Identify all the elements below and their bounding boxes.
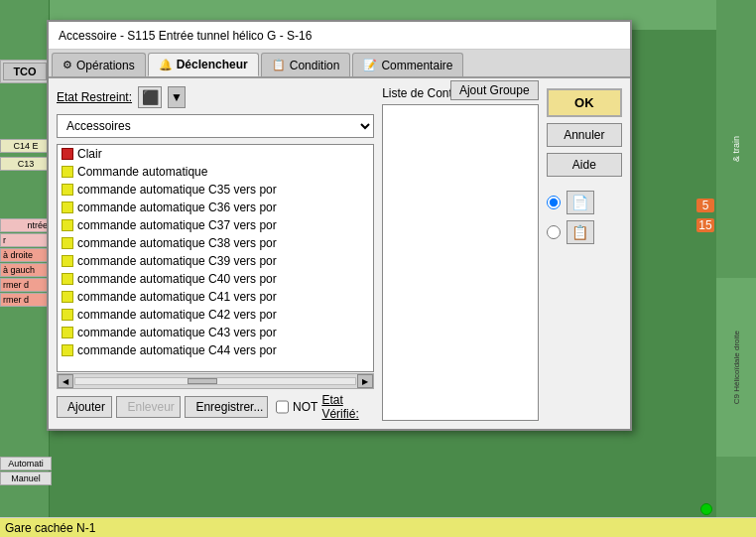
bottom-bar: Gare cachée N-1 xyxy=(0,517,756,537)
radio-row-2: 📋 xyxy=(547,220,622,244)
etat-restreint-row: Etat Restreint: ⬛ ▼ xyxy=(57,86,374,108)
yellow-icon xyxy=(62,255,73,267)
green-status-dot xyxy=(700,503,712,515)
fermer-label: r xyxy=(0,233,52,247)
tab-bar: ⚙ Opérations 🔔 Déclencheur 📋 Condition 📝… xyxy=(49,50,630,78)
list-item[interactable]: commande automatique C39 vers por xyxy=(58,252,373,270)
ajouter-button[interactable]: Ajouter xyxy=(57,396,112,418)
list-item[interactable]: Clair xyxy=(58,145,373,163)
scroll-right-button[interactable]: ▶ xyxy=(357,374,373,388)
etat-icon-button[interactable]: ⬛ xyxy=(138,86,162,108)
list-item-label: commande automatique C36 vers por xyxy=(77,201,277,214)
list-item[interactable]: commande automatique C43 vers por xyxy=(58,324,373,341)
dialog-body: Etat Restreint: ⬛ ▼ Accessoires ClairCom… xyxy=(49,78,630,429)
list-item[interactable]: commande automatique C38 vers por xyxy=(58,234,373,252)
middle-section: Liste de Contrôle: Ajout Groupe xyxy=(382,86,539,421)
liste-de-controle-box xyxy=(382,104,539,421)
yellow-icon xyxy=(62,291,73,303)
list-item-label: commande automatique C37 vers por xyxy=(77,218,277,232)
horizontal-scrollbar[interactable]: ◀ ▶ xyxy=(57,373,374,389)
list-item-label: commande automatique C42 vers por xyxy=(77,308,277,322)
yellow-icon xyxy=(62,201,73,213)
tab-operations[interactable]: ⚙ Opérations xyxy=(52,53,146,76)
tab-condition[interactable]: 📋 Condition xyxy=(261,53,351,76)
list-item-label: commande automatique C38 vers por xyxy=(77,236,277,250)
c13-label: C13 xyxy=(0,157,52,171)
declencheur-icon: 🔔 xyxy=(159,59,173,71)
dropdown-row: Accessoires xyxy=(57,114,374,138)
bottom-buttons: Ajouter Enleveur Enregistrer... NOT Etat… xyxy=(57,393,374,421)
tab-commentaire[interactable]: 📝 Commentaire xyxy=(352,53,463,76)
bottom-left-labels: Automati Manuel xyxy=(0,457,52,486)
ok-button[interactable]: OK xyxy=(547,88,622,117)
red-icon xyxy=(62,148,73,160)
right-section: OK Annuler Aide 📄 📋 xyxy=(547,86,622,421)
list-item[interactable]: commande automatique C44 vers por xyxy=(58,341,373,359)
etat-restreint-label: Etat Restreint: xyxy=(57,90,132,104)
not-label: NOT xyxy=(293,400,317,414)
yellow-icon xyxy=(62,184,73,196)
tab-commentaire-label: Commentaire xyxy=(381,59,452,72)
list-item-label: Commande automatique xyxy=(77,165,207,179)
commentaire-icon: 📝 xyxy=(363,59,377,71)
entree-label: ntrée xyxy=(0,218,52,232)
bottom-text: Gare cachée N-1 xyxy=(5,521,95,535)
tco-label: TCO xyxy=(3,63,47,80)
radio-list-button[interactable] xyxy=(547,225,561,239)
radio-doc-button[interactable] xyxy=(547,196,561,209)
ajout-groupe-button[interactable]: Ajout Groupe xyxy=(450,80,539,100)
list-item[interactable]: commande automatique C35 vers por xyxy=(58,181,373,199)
not-checkbox-area: NOT Etat Vérifié: xyxy=(276,393,374,421)
tco-panel: TCO xyxy=(0,60,50,83)
condition-icon: 📋 xyxy=(272,59,286,71)
list-item-label: commande automatique C41 vers por xyxy=(77,290,277,304)
etat-dropdown-button[interactable]: ▼ xyxy=(168,86,186,108)
fermerd-label: rmer d xyxy=(0,278,52,292)
list-item[interactable]: commande automatique C40 vers por xyxy=(58,270,373,288)
adroite-label: à droite xyxy=(0,248,52,262)
tab-declencheur-label: Déclencheur xyxy=(177,58,248,71)
yellow-icon xyxy=(62,237,73,249)
scroll-left-button[interactable]: ◀ xyxy=(58,374,73,388)
etat-icon: ⬛ xyxy=(142,89,159,105)
num-badge-5: 5 xyxy=(696,199,714,212)
aide-button[interactable]: Aide xyxy=(547,153,622,177)
list-item-label: commande automatique C40 vers por xyxy=(77,272,277,286)
list-item[interactable]: commande automatique C41 vers por xyxy=(58,288,373,306)
list-item[interactable]: commande automatique C37 vers por xyxy=(58,216,373,234)
list-item-label: commande automatique C39 vers por xyxy=(77,254,277,268)
left-edge-labels: ntrée r à droite à gauch rmer d rmer d xyxy=(0,218,52,308)
list-item[interactable]: commande automatique C36 vers por xyxy=(58,199,373,216)
annuler-button[interactable]: Annuler xyxy=(547,123,622,147)
yellow-icon xyxy=(62,344,73,356)
tab-declencheur[interactable]: 🔔 Déclencheur xyxy=(148,53,259,76)
tab-condition-label: Condition xyxy=(290,59,340,72)
accessoires-dropdown[interactable]: Accessoires xyxy=(57,114,374,138)
yellow-icon xyxy=(62,219,73,231)
operations-icon: ⚙ xyxy=(63,59,72,71)
enleveur-button[interactable]: Enleveur xyxy=(116,396,181,418)
yellow-icon xyxy=(62,327,73,338)
c14-label: C14 E xyxy=(0,139,52,153)
automati-label: Automati xyxy=(0,457,52,470)
tab-operations-label: Opérations xyxy=(76,59,135,72)
item-list[interactable]: ClairCommande automatiquecommande automa… xyxy=(57,144,374,372)
etat-verifie-label: Etat Vérifié: xyxy=(321,393,374,421)
list-item-label: commande automatique C35 vers por xyxy=(77,183,277,197)
doc-icon: 📄 xyxy=(567,191,594,214)
scroll-thumb[interactable] xyxy=(188,378,217,384)
list-item-label: Clair xyxy=(77,147,102,161)
list-item[interactable]: Commande automatique xyxy=(58,163,373,181)
list-item-label: commande automatique C44 vers por xyxy=(77,343,277,357)
radio-group: 📄 📋 xyxy=(547,191,622,244)
dialog-title: Accessoire - S115 Entrée tunnel hélico G… xyxy=(59,29,312,43)
list-item-label: commande automatique C43 vers por xyxy=(77,326,277,339)
dialog-titlebar: Accessoire - S115 Entrée tunnel hélico G… xyxy=(49,22,630,50)
list-item[interactable]: commande automatique C42 vers por xyxy=(58,306,373,324)
enregistrer-button[interactable]: Enregistrer... xyxy=(185,396,268,418)
yellow-icon xyxy=(62,273,73,285)
not-checkbox[interactable] xyxy=(276,400,289,414)
main-dialog: Accessoire - S115 Entrée tunnel hélico G… xyxy=(47,20,632,431)
scroll-track[interactable] xyxy=(74,377,356,385)
agauche-label: à gauch xyxy=(0,263,52,277)
